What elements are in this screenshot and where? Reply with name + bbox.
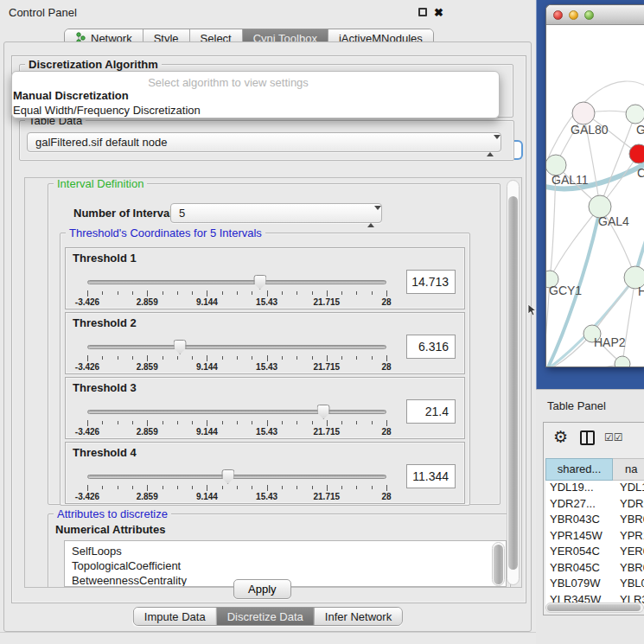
threshold-3-slider[interactable]: -3.4262.8599.14415.4321.71528: [87, 405, 386, 437]
table-header-name[interactable]: na: [613, 458, 644, 481]
threshold-1-value-field[interactable]: 14.713: [406, 270, 456, 294]
slider-tick-label: 2.859: [137, 362, 158, 372]
cell-shared-name[interactable]: YDL19...: [545, 481, 615, 497]
slider-tick: [327, 420, 328, 426]
table-row[interactable]: YBL079WYBL0: [545, 577, 644, 593]
slider-track[interactable]: [87, 410, 386, 414]
table-row[interactable]: YBR043CYBR0: [545, 513, 644, 529]
cell-name[interactable]: YBR0: [615, 561, 644, 577]
cell-name[interactable]: YBR0: [615, 513, 644, 529]
slider-tick: [386, 290, 387, 296]
settings-panel-scrollbar[interactable]: [507, 180, 520, 585]
slider-tick: [132, 356, 133, 360]
threshold-1-slider[interactable]: -3.4262.8599.14415.4321.71528: [87, 276, 386, 307]
close-icon[interactable]: ✖: [434, 6, 444, 16]
threshold-4-slider-handle[interactable]: [221, 469, 234, 484]
threshold-4-slider[interactable]: -3.4262.8599.14415.4321.71528: [87, 470, 386, 501]
cell-name[interactable]: YDL1: [615, 481, 644, 497]
float-window-icon[interactable]: [418, 8, 427, 16]
cell-name[interactable]: YPR1: [615, 529, 644, 545]
cell-shared-name[interactable]: YDR27...: [545, 497, 615, 513]
node-bottom[interactable]: [615, 356, 630, 367]
attributes-list-scrollbar[interactable]: [492, 542, 505, 586]
tab-infer-network[interactable]: Infer Network: [314, 608, 402, 625]
cell-name[interactable]: YBL0: [615, 577, 644, 593]
algorithm-option-equal-width[interactable]: Equal Width/Frequency Discretization: [13, 104, 201, 117]
table-row[interactable]: YPR145WYPR1: [545, 529, 644, 545]
threshold-2-value-field[interactable]: 6.316: [406, 335, 456, 359]
slider-tick: [102, 421, 103, 424]
bottom-tab-strip: Impute DataDiscretize DataInfer Network: [133, 607, 403, 626]
slider-tick: [386, 420, 387, 426]
network-window-titlebar[interactable]: [546, 5, 644, 25]
cytoscape-desktop: GAL80GACGAL11GAL4GCY1HHAP2: [536, 0, 644, 389]
slider-tick: [132, 486, 133, 489]
table-row[interactable]: YER054CYER0: [545, 545, 644, 561]
threshold-2-slider[interactable]: -3.4262.8599.14415.4321.71528: [87, 341, 386, 372]
network-canvas[interactable]: GAL80GACGAL11GAL4GCY1HHAP2: [546, 25, 644, 367]
network-view-window[interactable]: GAL80GACGAL11GAL4GCY1HHAP2: [545, 4, 644, 367]
slider-track[interactable]: [87, 475, 386, 479]
slider-tick: [102, 486, 103, 489]
settings-scroll-panel: Interval Definition Number of Intervals …: [24, 177, 522, 588]
cell-shared-name[interactable]: YBR043C: [545, 513, 615, 529]
number-of-intervals-combo[interactable]: 5: [170, 203, 382, 223]
number-of-intervals-value: 5: [179, 207, 185, 220]
node-GAL80[interactable]: [572, 102, 595, 124]
slider-tick: [177, 421, 178, 424]
slider-tick-label: 21.715: [314, 297, 341, 307]
table-row[interactable]: YDR27...YDR2: [545, 497, 644, 513]
slider-tick: [192, 356, 193, 360]
cell-name[interactable]: YER0: [615, 545, 644, 561]
tab-impute-data[interactable]: Impute Data: [134, 608, 216, 625]
table-row[interactable]: YDL19...YDL1: [545, 481, 644, 497]
slider-track[interactable]: [87, 280, 386, 284]
threshold-1-slider-handle[interactable]: [253, 275, 266, 290]
threshold-4-value-field[interactable]: 11.344: [406, 464, 456, 488]
slider-tick: [267, 485, 268, 491]
slider-tick: [327, 485, 328, 491]
attributes-legend: Attributes to discretize: [54, 507, 171, 520]
table-data-combo[interactable]: galFiltered.sif default node: [27, 132, 501, 152]
zoom-traffic-light-icon[interactable]: [584, 10, 594, 20]
close-traffic-light-icon[interactable]: [553, 10, 563, 20]
cell-shared-name[interactable]: YPR145W: [545, 529, 615, 545]
slider-tick-label: 9.144: [196, 362, 218, 372]
cell-shared-name[interactable]: YER054C: [545, 545, 615, 561]
threshold-3-slider-handle[interactable]: [317, 405, 330, 419]
cell-name[interactable]: YDR2: [615, 497, 644, 513]
slider-tick: [163, 421, 163, 424]
minimize-traffic-light-icon[interactable]: [569, 10, 578, 20]
slider-tick: [222, 486, 223, 489]
apply-button[interactable]: Apply: [233, 579, 291, 599]
threshold-3-value-field[interactable]: 21.4: [406, 399, 456, 424]
table-row[interactable]: YBR045CYBR0: [545, 561, 644, 577]
slider-tick-label: -3.426: [75, 297, 99, 307]
tab-label: Impute Data: [144, 610, 206, 623]
node-label-GAL4: GAL4: [598, 214, 629, 228]
slider-tick: [237, 291, 238, 295]
threshold-2-slider-handle[interactable]: [174, 340, 187, 354]
checkboxes-icon[interactable]: ☑☑: [604, 431, 623, 443]
node-label-HAP2: HAP2: [594, 335, 626, 349]
cell-shared-name[interactable]: YBR045C: [545, 561, 615, 577]
slider-track[interactable]: [87, 345, 386, 349]
attribute-item-selfloops[interactable]: SelfLoops: [65, 544, 506, 558]
slider-tick: [252, 356, 252, 360]
tab-discretize-data[interactable]: Discretize Data: [216, 608, 314, 625]
gear-icon[interactable]: ⚙: [553, 427, 568, 447]
slider-tick: [222, 356, 223, 360]
columns-icon[interactable]: [580, 430, 595, 445]
attribute-item-topologicalcoefficient[interactable]: TopologicalCoefficient: [65, 558, 506, 573]
table-horizontal-scrollbar[interactable]: [545, 603, 644, 613]
node-top-right[interactable]: [626, 105, 644, 124]
table-header-shared[interactable]: shared...: [545, 458, 613, 481]
node-label-GCY1: GCY1: [549, 284, 582, 297]
cell-shared-name[interactable]: YBL079W: [545, 577, 615, 593]
node-red[interactable]: [629, 144, 644, 163]
combo-stepper-icon: [367, 207, 375, 226]
threshold-panel-1: Threshold 1-3.4262.8599.14415.4321.71528…: [65, 247, 465, 309]
algorithm-option-manual[interactable]: Manual Discretization: [13, 89, 129, 102]
algorithm-combo-focused-edge[interactable]: [514, 140, 523, 160]
slider-tick: [296, 421, 297, 424]
